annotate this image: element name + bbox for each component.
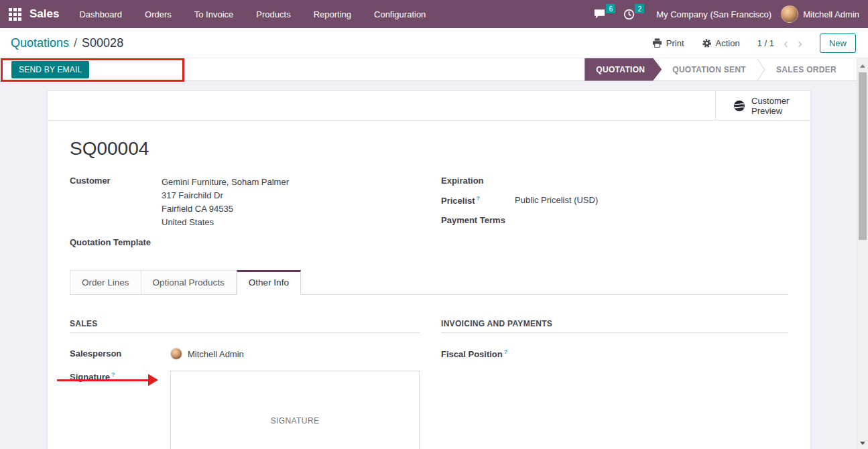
tab-order-lines[interactable]: Order Lines [70,270,141,294]
menu-dashboard[interactable]: Dashboard [78,7,123,22]
form-right-column: Expiration Pricelist? Public Pricelist (… [441,176,788,255]
company-switcher[interactable]: My Company (San Francisco) [656,9,771,19]
clock-icon [623,9,635,20]
breadcrumb-current: S00028 [82,36,123,50]
breadcrumb-quotations-link[interactable]: Quotations [11,36,69,50]
payment-terms-value[interactable] [515,215,788,225]
stage-separator-icon [757,58,765,81]
menu-orders[interactable]: Orders [143,7,173,22]
expiration-label: Expiration [441,176,515,186]
action-button[interactable]: Action [702,38,740,48]
user-menu[interactable]: Mitchell Admin [781,5,859,23]
salesperson-label: Salesperson [70,348,170,359]
breadcrumb-separator: / [74,36,77,50]
menu-to-invoice[interactable]: To Invoice [193,7,235,22]
print-label: Print [666,38,684,48]
vertical-scrollbar[interactable] [857,58,868,449]
menu-products[interactable]: Products [255,7,292,22]
stage-quotation[interactable]: QUOTATION [584,58,662,81]
signature-help-icon: ? [111,371,115,378]
form-sheet: Customer Preview SQ00004 Customer Gemini… [47,90,811,449]
invoicing-section: INVOICING AND PAYMENTS Fiscal Position? [441,319,788,449]
customer-preview-label: Customer Preview [751,96,793,116]
globe-icon [733,100,745,112]
customer-field-row: Customer Gemini Furniture, Soham Palmer … [70,176,420,229]
notebook-tabs: Order Lines Optional Products Other Info [70,270,788,295]
customer-label: Customer [70,176,162,229]
tab-optional-products[interactable]: Optional Products [141,270,237,294]
sales-section-title: SALES [70,319,420,333]
fiscal-position-field-row: Fiscal Position? [441,348,788,359]
chat-bubble-icon [593,9,606,19]
form-top-grid: Customer Gemini Furniture, Soham Palmer … [70,176,788,255]
signature-placeholder: SIGNATURE [271,416,320,426]
customer-street: 317 Fairchild Dr [162,189,420,202]
quotation-template-label: Quotation Template [70,237,162,247]
pricelist-help-icon: ? [477,195,481,202]
gear-icon [702,38,712,48]
activities-badge: 2 [635,4,644,13]
customer-value[interactable]: Gemini Furniture, Soham Palmer 317 Fairc… [162,176,420,229]
pager-value: 1 / 1 [757,38,774,48]
pricelist-field-row: Pricelist? Public Pricelist (USD) [441,195,788,206]
action-label: Action [716,38,740,48]
user-avatar [781,5,798,23]
breadcrumb-actions: Print Action 1 / 1 ‹ › New [652,34,856,53]
scrollbar-thumb[interactable] [859,72,867,240]
user-name: Mitchell Admin [803,9,859,19]
messages-button[interactable]: 6 [593,9,614,19]
button-box: Customer Preview [48,91,810,121]
print-button[interactable]: Print [652,38,684,48]
customer-name[interactable]: Gemini Furniture, Soham Palmer [162,176,420,189]
menu-reporting[interactable]: Reporting [312,7,353,22]
apps-grid-icon[interactable] [9,8,21,21]
fiscal-position-help-icon: ? [504,348,508,355]
sales-section: SALES Salesperson Mitchell Admin Signatu… [70,319,420,449]
quotation-template-value[interactable] [162,237,420,247]
payment-terms-label: Payment Terms [441,215,515,225]
stage-quotation-sent[interactable]: QUOTATION SENT [662,58,757,81]
salesperson-field-row: Salesperson Mitchell Admin [70,348,420,360]
signature-input[interactable]: SIGNATURE [170,371,420,449]
scroll-up-icon[interactable] [860,64,865,68]
signature-label: Signature? [70,371,170,382]
other-info-page: SALES Salesperson Mitchell Admin Signatu… [70,295,788,449]
breadcrumb: Quotations / S00028 [11,36,123,50]
activities-button[interactable]: 2 [623,9,643,20]
stage-sales-order[interactable]: SALES ORDER [765,58,847,81]
printer-icon [652,38,662,48]
customer-preview-button[interactable]: Customer Preview [715,91,810,120]
quotation-template-field-row: Quotation Template [70,237,420,247]
salesperson-value[interactable]: Mitchell Admin [170,348,244,360]
salesperson-avatar [170,348,182,360]
control-panel: Quotations / S00028 Print Action 1 / 1 ‹… [0,28,868,58]
content-area: Customer Preview SQ00004 Customer Gemini… [0,81,868,449]
customer-country: United States [162,216,420,229]
navbar-right: 6 2 My Company (San Francisco) Mitchell … [593,5,859,23]
app-name[interactable]: Sales [29,7,59,21]
new-button[interactable]: New [820,34,856,53]
top-navbar: Sales Dashboard Orders To Invoice Produc… [0,0,868,28]
messages-badge: 6 [606,4,615,13]
pager-next-icon[interactable]: › [798,38,802,48]
sheet-body: SQ00004 Customer Gemini Furniture, Soham… [48,138,810,449]
stage-pipeline: QUOTATION QUOTATION SENT SALES ORDER [584,58,847,81]
fiscal-position-label: Fiscal Position? [441,348,542,359]
expiration-value[interactable] [515,176,788,186]
menu-configuration[interactable]: Configuration [373,7,427,22]
scroll-down-icon[interactable] [860,442,865,445]
customer-city: Fairfield CA 94535 [162,202,420,216]
signature-field-row: Signature? SIGNATURE [70,371,420,449]
pager-previous-icon[interactable]: ‹ [784,38,788,48]
pricelist-label: Pricelist? [441,195,515,206]
record-title[interactable]: SQ00004 [70,138,788,159]
form-statusbar: SEND BY EMAIL QUOTATION QUOTATION SENT S… [0,58,868,81]
payment-terms-field-row: Payment Terms [441,215,788,225]
pricelist-value[interactable]: Public Pricelist (USD) [515,195,788,206]
pager: 1 / 1 ‹ › [757,38,802,48]
salesperson-name: Mitchell Admin [188,349,244,359]
invoicing-section-title: INVOICING AND PAYMENTS [441,319,788,333]
tab-other-info[interactable]: Other Info [237,270,301,295]
send-by-email-button[interactable]: SEND BY EMAIL [11,61,89,78]
main-menu: Dashboard Orders To Invoice Products Rep… [78,7,427,22]
